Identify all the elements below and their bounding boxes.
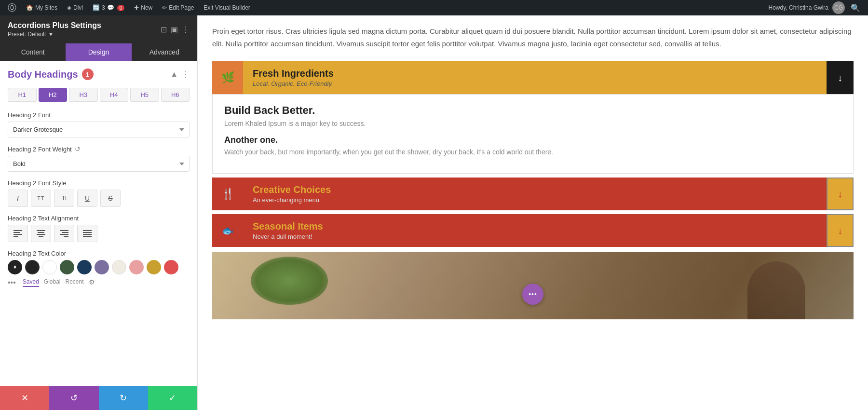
divi-menu[interactable]: ◈ Divi [63,0,87,15]
align-buttons [8,225,190,242]
herbs-decoration [251,257,328,305]
heading2-style-label: Heading 2 Font Style [8,179,190,187]
color-swatch-green[interactable] [60,260,74,274]
seasonal-title-box: Seasonal Items Never a dull moment! [243,214,827,247]
color-swatch-cream[interactable] [112,260,126,274]
more-options-icon[interactable]: ⋮ [182,25,190,34]
wordpress-icon[interactable]: ⓪ [4,0,20,15]
accordion-fresh-header[interactable]: 🌿 Fresh Ingredients Local. Organic. Eco-… [212,61,854,94]
color-tabs: ••• Saved Global Recent ⚙ [8,278,190,287]
color-swatch-navy[interactable] [77,260,92,274]
edit-page-menu[interactable]: ✏ Edit Page [158,0,198,15]
accordion-creative-header[interactable]: 🍴 Creative Choices An ever-changing menu… [212,178,854,210]
eyedropper-swatch[interactable]: ✦ [8,260,22,274]
heading-tab-h1[interactable]: H1 [8,88,37,102]
confirm-button[interactable]: ✓ [148,386,197,410]
tab-advanced[interactable]: Advanced [132,43,197,61]
my-sites-menu[interactable]: 🏠 My Sites [22,0,61,15]
section-more-btn[interactable]: ⋮ [182,70,190,79]
underline-btn[interactable]: U [77,190,97,207]
creative-icon: 🍴 [221,188,234,200]
admin-bar-right: Howdy, Christina Gwira CG 🔍 [769,1,864,14]
undo-icon: ↺ [70,393,78,403]
creative-title: Creative Choices [253,184,817,195]
heading-tab-h5[interactable]: H5 [130,88,159,102]
tab-content[interactable]: Content [0,43,66,61]
italic-btn[interactable]: I [8,190,28,207]
fresh-arrow[interactable]: ↓ [827,61,854,94]
creative-subtitle: An ever-changing menu [253,196,817,204]
screenshot-icon[interactable]: ⊡ [161,25,167,34]
tab-design[interactable]: Design [66,43,131,61]
hand-silhouette [747,261,805,319]
heading2-font-row: Heading 2 Font Darker Grotesque Default … [8,111,190,137]
capitalize-btn[interactable]: Tt [54,190,74,207]
heading2-font-select[interactable]: Darker Grotesque Default Roboto Open San… [8,122,190,137]
fresh-icon: 🌿 [221,71,234,84]
seasonal-arrow-icon: ↓ [838,225,842,236]
fresh-text1: Lorem Khaled Ipsum is a major key to suc… [224,120,841,127]
heading2-weight-select[interactable]: Bold Thin Light Regular Extra Bold [8,156,190,172]
cancel-button[interactable]: ✕ [0,386,49,410]
comments-icon: 🔄 [93,4,100,11]
color-swatch-red[interactable] [164,260,178,274]
panel-body: Body Headings 1 ▲ ⋮ H1 H2 H3 H4 H5 H6 [0,61,197,386]
accordion-fresh: 🌿 Fresh Ingredients Local. Organic. Eco-… [212,61,854,174]
undo-button[interactable]: ↺ [49,386,98,410]
seasonal-arrow[interactable]: ↓ [827,214,854,247]
heading-tab-h4[interactable]: H4 [100,88,129,102]
eyedropper-icon: ✦ [13,264,17,271]
seasonal-subtitle: Never a dull moment! [253,233,817,240]
heading2-color-row: Heading 2 Text Color ✦ [8,250,190,287]
search-icon[interactable]: 🔍 [847,3,864,13]
new-menu[interactable]: ✚ New [130,0,156,15]
seasonal-title: Seasonal Items [253,221,817,232]
preset-arrow[interactable]: ▼ [48,31,54,38]
svg-rect-7 [39,236,43,237]
redo-button[interactable]: ↻ [99,386,148,410]
comments-menu[interactable]: 🔄 3 💬 0 [89,0,128,15]
design-tabs: Content Design Advanced [0,43,197,61]
heading-tabs: H1 H2 H3 H4 H5 H6 [8,88,190,102]
fresh-subtitle: Local. Organic. Eco-Friendly. [253,80,817,87]
weight-reset-icon[interactable]: ↺ [75,145,81,153]
align-left-btn[interactable] [8,225,28,242]
align-center-btn[interactable] [31,225,51,242]
color-swatch-black[interactable] [25,260,40,274]
fresh-heading2: Another one. [224,135,841,145]
color-more-dots[interactable]: ••• [8,278,16,287]
comment-badge: 0 [117,5,125,11]
heading-tab-h6[interactable]: H6 [161,88,190,102]
color-swatch-white[interactable] [42,260,57,274]
color-swatch-pink[interactable] [129,260,144,274]
floating-menu-button[interactable]: ••• [522,284,543,305]
svg-rect-9 [62,232,68,233]
color-tab-global[interactable]: Global [44,278,61,287]
color-settings-icon[interactable]: ⚙ [89,278,95,287]
heading2-style-row: Heading 2 Font Style I TT Tt U S [8,179,190,207]
color-swatch-lavender[interactable] [95,260,109,274]
cancel-icon: ✕ [21,393,28,403]
align-right-btn[interactable] [54,225,74,242]
creative-arrow[interactable]: ↓ [827,178,854,210]
uppercase-btn[interactable]: TT [31,190,51,207]
fresh-title-box: Fresh Ingredients Local. Organic. Eco-Fr… [243,61,827,94]
panel-footer: ✕ ↺ ↻ ✓ [0,386,197,410]
redo-icon: ↻ [120,393,127,403]
strikethrough-btn[interactable]: S [100,190,121,207]
exit-builder-menu[interactable]: Exit Visual Builder [200,0,254,15]
heading-tab-h3[interactable]: H3 [69,88,98,102]
color-swatch-gold[interactable] [147,260,161,274]
section-collapse-btn[interactable]: ▲ [170,70,178,79]
layout-icon[interactable]: ▣ [171,25,178,34]
svg-rect-2 [14,234,22,235]
heading-tab-h2[interactable]: H2 [39,88,68,102]
fresh-icon-box: 🌿 [212,61,243,94]
color-tab-recent[interactable]: Recent [66,278,84,287]
color-tab-saved[interactable]: Saved [23,278,39,287]
align-justify-btn[interactable] [77,225,97,242]
user-avatar[interactable]: CG [832,1,845,14]
edit-page-label: Edit Page [169,4,194,11]
svg-rect-5 [38,232,44,233]
accordion-seasonal-header[interactable]: 🐟 Seasonal Items Never a dull moment! ↓ [212,214,854,247]
